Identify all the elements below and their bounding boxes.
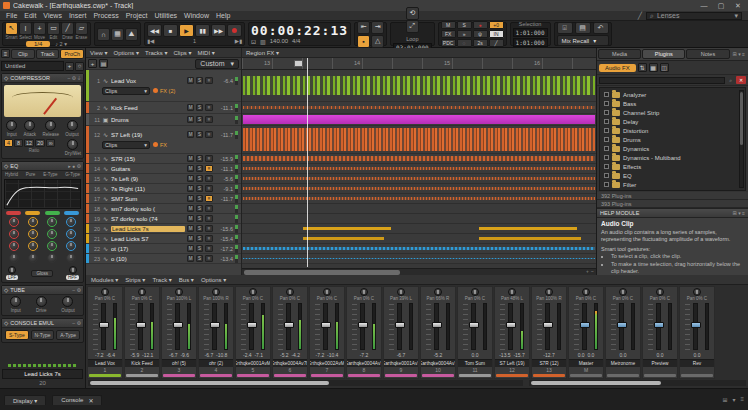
folder-checkbox[interactable] xyxy=(604,119,609,124)
pan-knob[interactable] xyxy=(212,288,220,296)
pan-knob[interactable] xyxy=(286,288,294,296)
channel-name[interactable]: S7R (12) xyxy=(532,359,566,367)
eq-knob[interactable] xyxy=(28,229,38,239)
eq-knob[interactable] xyxy=(47,217,57,227)
fader-track[interactable] xyxy=(249,303,254,350)
layout-icon[interactable]: ▦ xyxy=(649,63,658,72)
mute-button[interactable]: M xyxy=(187,245,194,252)
inspector-tab[interactable]: Clip xyxy=(11,49,35,59)
add-track-button[interactable]: + xyxy=(88,59,97,68)
time-signature[interactable]: 4/4 xyxy=(292,38,300,44)
track-row[interactable]: 21 ∿ Lead Licks S7 M S ≡ -15.4 ▾ xyxy=(86,234,241,244)
tube-knob[interactable] xyxy=(62,296,73,307)
input-echo-button[interactable]: ≡ xyxy=(205,245,213,252)
plugin-folder-item[interactable]: Analyzer xyxy=(600,90,745,99)
help-options-icons[interactable]: ⊞ ▾ ≡ xyxy=(733,210,745,216)
mix-module-button[interactable]: 2s xyxy=(473,39,488,47)
browser-tab[interactable]: Media xyxy=(598,49,641,59)
pan-knob[interactable] xyxy=(693,288,701,296)
punch-out-icon[interactable]: ⇥ xyxy=(371,21,384,34)
console-menu-item[interactable]: Bus ▾ xyxy=(179,276,194,283)
track-volume-value[interactable]: -6.4 xyxy=(215,78,233,84)
mix-module-button[interactable]: ◌ xyxy=(457,39,472,47)
channel-strip[interactable]: Pan 66% R -5.2 Earthqke0004Av7 10 xyxy=(420,286,456,379)
module-power-icon[interactable]: ◇ xyxy=(4,163,8,169)
fader-handle[interactable] xyxy=(358,322,368,328)
eq-knob[interactable] xyxy=(28,241,38,251)
console-menu-item[interactable]: Strips ▾ xyxy=(125,276,145,283)
ratio-button[interactable]: ∞ xyxy=(46,139,55,147)
channel-name[interactable]: Earthqke0004Av7 xyxy=(347,359,381,367)
scrollbar-thumb[interactable] xyxy=(740,92,743,145)
compressor-knob[interactable] xyxy=(67,120,78,131)
ratio-button[interactable]: 12 xyxy=(24,139,34,147)
fader-handle[interactable] xyxy=(173,322,183,328)
plugin-folder-item[interactable]: Delay xyxy=(600,117,745,126)
mute-button[interactable]: M xyxy=(187,116,194,123)
menu-item[interactable]: Utilities xyxy=(155,12,178,19)
menu-item[interactable]: File xyxy=(6,12,17,19)
channel-strip[interactable]: Pan 48% L -13.5 -15.7 S7 Left (19) 12 xyxy=(494,286,530,379)
pencil-icon[interactable]: ╱ xyxy=(638,12,642,20)
eq-knob[interactable] xyxy=(28,217,38,227)
loop-set-icon[interactable]: ⤢ xyxy=(406,20,419,33)
tube-knob[interactable] xyxy=(10,296,21,307)
fader-track[interactable] xyxy=(545,303,550,350)
clip-lane[interactable] xyxy=(242,244,596,254)
fx-bin[interactable]: FX xyxy=(153,142,167,148)
tool-button[interactable]: ▱ xyxy=(75,22,88,35)
console-type-button[interactable]: N-Type xyxy=(31,330,55,340)
solo-button[interactable]: S xyxy=(196,245,203,252)
play-button[interactable]: ▶ xyxy=(179,24,194,37)
browser-tab[interactable]: Notes xyxy=(686,49,729,59)
module-options-icons[interactable]: – ⚙ xyxy=(72,287,81,293)
menu-item[interactable]: Window xyxy=(184,12,209,19)
fx-bin[interactable]: FX (2) xyxy=(153,88,175,94)
track-row[interactable]: 14 ∿ Guitars M S ≡ -11.1 ▾ xyxy=(86,164,241,174)
loop-icon[interactable]: ⟲ xyxy=(406,7,419,20)
menu-item[interactable]: Help xyxy=(216,12,230,19)
menu-item[interactable]: Edit xyxy=(24,12,36,19)
eq-mode-option[interactable]: E-Type xyxy=(43,172,57,177)
input-echo-button[interactable]: ≡ xyxy=(205,165,213,172)
clip-lane[interactable] xyxy=(242,164,596,174)
fader-track[interactable] xyxy=(101,303,106,350)
console-type-button[interactable]: A-Type xyxy=(56,330,80,340)
horizontal-scrollbar[interactable]: ＋ − xyxy=(242,268,596,275)
screenshot-camera-icon[interactable]: ⌻ xyxy=(557,22,573,34)
track-view-menu-item[interactable]: Clips ▾ xyxy=(173,49,191,56)
fader-handle[interactable] xyxy=(321,322,331,328)
mute-button[interactable]: M xyxy=(187,205,194,212)
track-volume-value[interactable]: -11.7 xyxy=(215,132,233,138)
module-options-icons[interactable]: – ⚙ xyxy=(72,320,81,326)
eq-band-hi[interactable] xyxy=(64,211,79,215)
pan-knob[interactable] xyxy=(619,288,627,296)
inspector-tab[interactable]: Track xyxy=(36,49,60,59)
plugin-folder-item[interactable]: Filter xyxy=(600,180,745,189)
pan-knob[interactable] xyxy=(101,288,109,296)
console-scrollbar-left[interactable] xyxy=(88,380,523,386)
track-row[interactable]: 2 ∿ Kick Feed M S ≡ -11.1 ▾ xyxy=(86,102,241,114)
mix-module-button[interactable]: +0 xyxy=(489,21,504,29)
folder-checkbox[interactable] xyxy=(604,173,609,178)
stop-button[interactable]: ■ xyxy=(163,24,178,37)
mix-module-button[interactable]: IN xyxy=(489,30,504,38)
channel-strip[interactable]: Pan 100% R -12.7 S7R (12) 13 xyxy=(531,286,567,379)
mix-module-button[interactable]: ● xyxy=(473,21,488,29)
console-menu-item[interactable]: Track ▾ xyxy=(152,276,171,283)
fader-track[interactable] xyxy=(286,303,291,350)
close-button[interactable]: ✕ xyxy=(731,2,745,10)
ratio-button[interactable]: 20 xyxy=(35,139,45,147)
folder-checkbox[interactable] xyxy=(604,110,609,115)
track-row[interactable]: 1 ∿ Lead Vox M S ≡ -6.4 Clips▾ FX (2) xyxy=(86,70,241,102)
track-volume-value[interactable]: -11.7 xyxy=(215,196,233,202)
mute-button[interactable]: M xyxy=(187,175,194,182)
track-name[interactable]: S7R (15) xyxy=(111,156,185,162)
solo-button[interactable]: S xyxy=(196,104,203,111)
eq-knob[interactable] xyxy=(47,241,57,251)
fader-handle[interactable] xyxy=(691,322,701,328)
fader-handle[interactable] xyxy=(469,322,479,328)
plugin-folder-item[interactable]: Channel Strip xyxy=(600,108,745,117)
mix-module-button[interactable]: ψ xyxy=(473,30,488,38)
fader-handle[interactable] xyxy=(506,322,516,328)
